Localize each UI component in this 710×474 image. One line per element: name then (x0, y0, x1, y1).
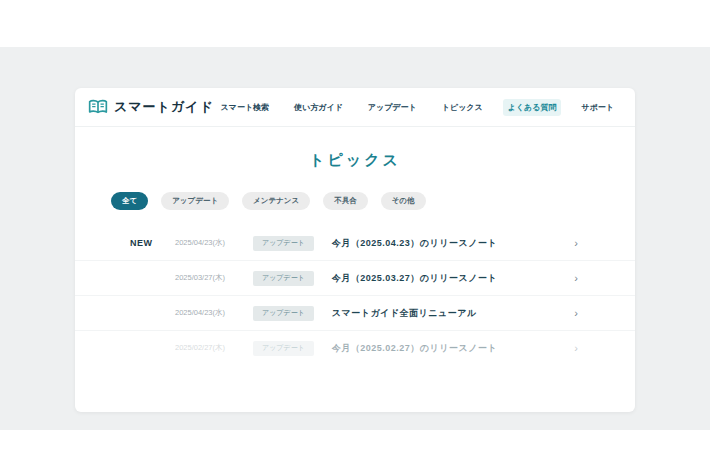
nav-item-3[interactable]: トピックス (437, 99, 488, 116)
filter-pill-1[interactable]: アップデート (161, 192, 229, 210)
topic-title: 今月（2025.04.23）のリリースノート (332, 237, 497, 250)
filter-pill-0[interactable]: 全て (111, 192, 148, 210)
topic-tag: アップデート (253, 236, 314, 251)
brand-logo[interactable]: スマートガイド (88, 98, 214, 116)
topic-tag: アップデート (253, 341, 314, 356)
chevron-right-icon: › (574, 238, 578, 249)
chevron-right-icon: › (574, 273, 578, 284)
filter-pill-2[interactable]: メンテナンス (242, 192, 310, 210)
page-title: トピックス (75, 151, 635, 170)
topic-date: 2025/02/27(木) (175, 343, 253, 353)
topic-row-2[interactable]: 2025/04/23(水)アップデートスマートガイド全面リニューアル› (75, 296, 635, 331)
filter-pill-4[interactable]: その他 (381, 192, 426, 210)
site-header: スマートガイド スマート検索使い方ガイドアップデートトピックスよくある質問サポー… (75, 88, 635, 127)
chevron-right-icon: › (574, 308, 578, 319)
topic-tag: アップデート (253, 271, 314, 286)
topic-row-0[interactable]: NEW2025/04/23(水)アップデート今月（2025.04.23）のリリー… (75, 226, 635, 261)
nav-item-4[interactable]: よくある質問 (503, 99, 562, 116)
topic-row-3[interactable]: 2025/02/27(木)アップデート今月（2025.02.27）のリリースノー… (75, 331, 635, 365)
filter-pill-3[interactable]: 不具合 (323, 192, 368, 210)
topic-date: 2025/04/23(水) (175, 238, 253, 248)
chevron-right-icon: › (574, 343, 578, 354)
nav-item-1[interactable]: 使い方ガイド (289, 99, 348, 116)
topic-row-1[interactable]: 2025/03/27(木)アップデート今月（2025.03.27）のリリースノー… (75, 261, 635, 296)
smart-guide-window: スマートガイド スマート検索使い方ガイドアップデートトピックスよくある質問サポー… (75, 88, 635, 412)
topic-tag: アップデート (253, 306, 314, 321)
topic-date: 2025/04/23(水) (175, 308, 253, 318)
brand-name: スマートガイド (114, 98, 214, 116)
topic-date: 2025/03/27(木) (175, 273, 253, 283)
topic-title: スマートガイド全面リニューアル (332, 307, 477, 320)
main-nav: スマート検索使い方ガイドアップデートトピックスよくある質問サポート (216, 99, 620, 116)
nav-item-2[interactable]: アップデート (363, 99, 422, 116)
nav-item-5[interactable]: サポート (576, 99, 619, 116)
topic-title: 今月（2025.03.27）のリリースノート (332, 272, 497, 285)
new-badge: NEW (130, 238, 175, 248)
topic-list: NEW2025/04/23(水)アップデート今月（2025.04.23）のリリー… (75, 226, 635, 365)
category-filters: 全てアップデートメンテナンス不具合その他 (111, 192, 635, 210)
topic-title: 今月（2025.02.27）のリリースノート (332, 342, 497, 355)
book-icon (88, 99, 108, 115)
nav-item-0[interactable]: スマート検索 (216, 99, 275, 116)
